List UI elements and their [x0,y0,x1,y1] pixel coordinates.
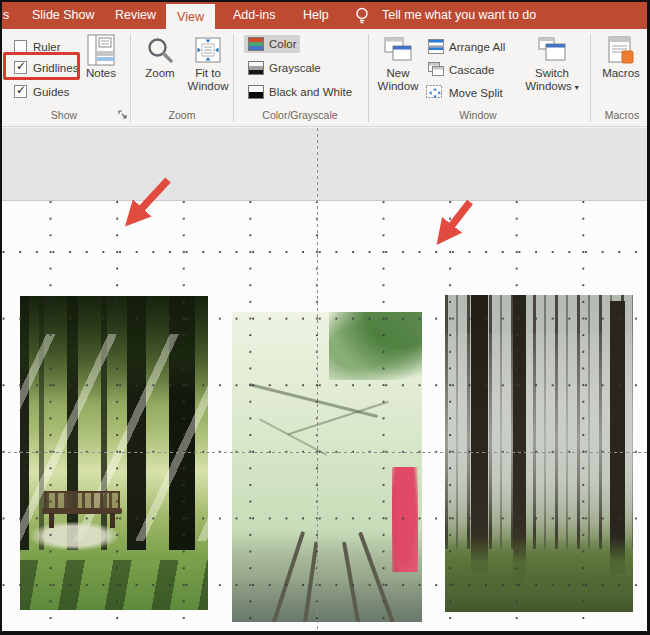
tab-review[interactable]: Review [115,2,156,29]
fit-to-window-icon [193,33,223,67]
tab-add-ins[interactable]: Add-ins [233,2,275,29]
bench-leg [49,513,54,528]
guides-label: Guides [33,86,69,98]
zoom-group-label: Zoom [140,109,224,121]
workspace-margin [2,128,647,201]
branch-shape [249,383,379,418]
fit-to-window-label: Fit to Window [185,67,231,93]
color-grayscale-group-label: Color/Grayscale [252,109,348,121]
tab-slide-show[interactable]: Slide Show [32,2,95,29]
arrange-all-button[interactable]: Arrange All [424,37,509,56]
powerpoint-window: s Slide Show Review View Add-ins Help Te… [0,0,650,635]
grayscale-label: Grayscale [269,62,321,74]
ribbon-tab-bar: s Slide Show Review View Add-ins Help Te… [2,2,647,29]
grayscale-icon [248,61,264,75]
arrange-all-icon [428,39,444,54]
window-content: s Slide Show Review View Add-ins Help Te… [2,2,647,631]
tell-me-box[interactable]: Tell me what you want to do [382,2,536,29]
slide-image-misty-railway[interactable] [232,312,422,622]
color-label: Color [269,38,296,50]
tab-view[interactable]: View [166,4,215,29]
slide-canvas[interactable] [2,128,647,631]
ruler-label: Ruler [33,41,60,53]
check-icon: ✓ [16,83,26,97]
tree-trunk-shape [610,301,625,574]
black-and-white-button[interactable]: Black and White [244,83,356,101]
guides-checkbox-box[interactable]: ✓ [14,85,27,98]
red-arrow-right [442,202,470,238]
grayscale-button[interactable]: Grayscale [244,59,325,77]
group-separator [233,34,234,122]
switch-windows-label: Switch Windows [525,67,572,92]
arrange-all-label: Arrange All [449,41,505,53]
black-and-white-label: Black and White [269,86,352,98]
gridlines-checkbox-box[interactable]: ✓ [14,61,27,74]
group-separator [130,34,131,122]
grass-shape [445,536,633,612]
show-dialog-launcher-icon[interactable] [118,110,128,120]
horizontal-guide-line[interactable] [2,452,647,453]
bench-shape [44,491,119,529]
color-button[interactable]: Color [244,35,300,53]
new-window-icon [383,33,413,67]
gridlines-label: Gridlines [33,62,78,74]
group-separator [368,34,369,122]
tree-trunk-shape [471,295,488,574]
bench-leg [110,513,115,528]
move-split-button[interactable]: Move Split [422,83,507,103]
new-window-label: New Window [373,67,423,93]
notes-label: Notes [86,67,116,80]
color-icon [248,37,264,51]
grass-shadows-shape [20,560,208,610]
switch-windows-button[interactable]: Switch Windows▾ [518,33,586,94]
macros-label: Macros [602,67,640,80]
zoom-button[interactable]: Zoom [139,33,181,80]
bench-back [44,491,119,508]
red-blossoms-shape [392,467,419,572]
tab-help[interactable]: Help [303,2,329,29]
window-group-label: Window [436,109,520,121]
macros-group-label: Macros [580,109,647,121]
new-window-button[interactable]: New Window [373,33,423,93]
switch-windows-icon [537,33,567,67]
cascade-label: Cascade [449,64,494,76]
black-and-white-icon [248,85,264,99]
show-group-label: Show [22,109,106,121]
ruler-checkbox-box[interactable] [14,40,27,53]
move-split-icon [426,85,444,101]
fit-to-window-button[interactable]: Fit to Window [185,33,231,93]
ribbon: Ruler ✓ Gridlines ✓ Guides [2,29,647,127]
guides-checkbox[interactable]: ✓ Guides [14,85,69,98]
macros-icon [606,33,636,67]
ruler-checkbox[interactable]: Ruler [14,40,60,53]
zoom-label: Zoom [145,67,174,80]
vertical-guide-line[interactable] [317,128,318,631]
dropdown-caret-icon: ▾ [575,83,579,92]
zoom-icon [146,33,174,67]
notes-button[interactable]: Notes [82,33,120,80]
slide-image-park-bench[interactable] [20,296,208,610]
lightbulb-icon [354,7,370,25]
gridlines-checkbox[interactable]: ✓ Gridlines [14,61,78,74]
notes-icon [87,33,115,67]
cascade-button[interactable]: Cascade [424,60,498,79]
tab-transitions-partial[interactable]: s [3,2,12,29]
slide-image-foggy-forest[interactable] [445,295,633,612]
macros-button[interactable]: Macros [596,33,646,80]
cascade-icon [428,62,444,77]
leaves-shape [329,312,422,380]
move-split-label: Move Split [449,87,503,99]
check-icon: ✓ [16,59,26,73]
